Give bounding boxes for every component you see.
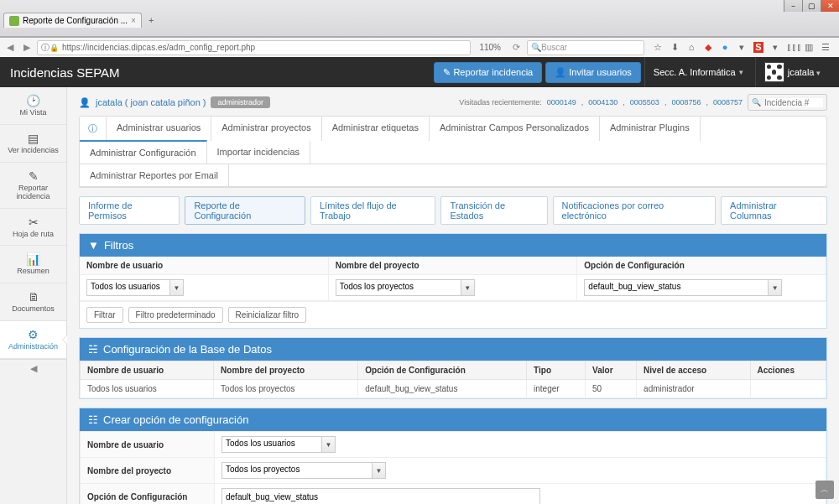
search-icon: 🔍 [752, 98, 761, 107]
breadcrumb: 👤 jcatala ( joan catala piñon ) administ… [79, 96, 270, 108]
browser-tab[interactable]: Reporte de Configuración ... × [3, 13, 142, 28]
browser-search[interactable]: 🔍 Buscar [527, 40, 644, 55]
tab-manage-users[interactable]: Administrar usuarios [107, 117, 211, 141]
chevron-down-icon[interactable]: ▼ [170, 279, 184, 296]
url-field[interactable]: ⓘ 🔒 https://incidencias.dipcas.es/adm_co… [37, 40, 471, 55]
favicon [9, 16, 19, 26]
ext2-icon[interactable]: ● [720, 42, 730, 53]
app-title[interactable]: Incidencias SEPAM [10, 65, 120, 80]
recent-link-4[interactable]: 0008757 [713, 98, 743, 107]
window-close[interactable]: ✕ [821, 0, 839, 12]
content-area: 👤 jcatala ( joan catala piñon ) administ… [67, 87, 839, 504]
window-minimize[interactable]: － [784, 0, 802, 12]
tab-import-issues[interactable]: Importar incidencias [207, 141, 310, 164]
back-button[interactable]: ◀ [3, 42, 17, 53]
subtab-workflow-thresholds[interactable]: Límites del flujo de Trabajo [310, 196, 435, 225]
tab-info[interactable]: ⓘ [80, 117, 107, 141]
db-config-table: Nombre de usuario Nombre del proyecto Op… [80, 361, 826, 398]
invite-users-button[interactable]: 👤 Invitar usuarios [545, 62, 641, 83]
chevron-down-icon[interactable]: ▼ [373, 462, 386, 479]
recent-link-2[interactable]: 0005503 [630, 98, 659, 107]
create-option-input[interactable] [221, 488, 540, 504]
subtab-workflow-transitions[interactable]: Transición de Estados [440, 196, 547, 225]
issue-search[interactable]: 🔍 [748, 94, 827, 111]
sidebar: 🕑Mi Vista ▤Ver incidencias ✎Reportar inc… [0, 87, 67, 504]
sidebar-item-my-view[interactable]: 🕑Mi Vista [0, 87, 66, 125]
create-option-panel: ☷ Crear opción de configuración Nombre d… [79, 408, 827, 504]
ext4-icon[interactable]: S [753, 42, 763, 53]
recent-link-1[interactable]: 0004130 [588, 98, 618, 107]
ext3-icon[interactable]: ▾ [737, 42, 747, 53]
subtab-email-notifications[interactable]: Notificaciones por correo electrónico [553, 196, 717, 225]
filter-label-project: Nombre del proyecto [329, 257, 578, 275]
star-icon[interactable]: ☆ [653, 42, 663, 53]
tab-email-reports[interactable]: Administrar Reportes por Email [80, 164, 229, 186]
subtab-manage-columns[interactable]: Administrar Columnas [721, 196, 827, 225]
user-menu[interactable]: jcatala [755, 57, 829, 87]
db-config-panel: ☵ Configuración de la Base de Datos Nomb… [79, 337, 827, 399]
filter-user-select[interactable]: Todos los usuarios▼ [86, 279, 184, 296]
table-row: Todos los usuarios Todos los proyectos d… [81, 380, 826, 398]
issue-search-input[interactable] [764, 98, 823, 107]
subtab-permissions[interactable]: Informe de Permisos [79, 196, 180, 225]
sidebar-icon[interactable]: ▥ [804, 42, 814, 53]
sidebar-collapse-button[interactable]: ◀ [0, 359, 66, 377]
sidebar-item-summary[interactable]: 📊Resumen [0, 246, 66, 283]
tab-manage-projects[interactable]: Administrar proyectos [211, 117, 321, 141]
tab-close-icon[interactable]: × [131, 16, 136, 25]
chevron-down-icon[interactable]: ▼ [461, 279, 475, 296]
ext5-icon[interactable]: ▾ [770, 42, 780, 53]
tab-manage-plugins[interactable]: Administrar Plugins [600, 117, 701, 141]
admin-tabs: ⓘ Administrar usuarios Administrar proye… [79, 116, 827, 188]
filter-reset-button[interactable]: Reinicializar filtro [228, 307, 307, 323]
tab-manage-config[interactable]: Administrar Configuración [80, 140, 207, 164]
recent-link-0[interactable]: 0000149 [547, 98, 576, 107]
sidebar-item-view-issues[interactable]: ▤Ver incidencias [0, 125, 66, 163]
section-dropdown[interactable]: Secc. A. Informática [644, 57, 752, 87]
browser-toolbar-icons: ☆ ⬇ ⌂ ◆ ● ▾ S ▾ ⫿⫿⫿ ▥ ☰ [648, 42, 836, 53]
sidebar-item-roadmap[interactable]: ✂Hoja de ruta [0, 209, 66, 247]
window-maximize[interactable]: ▢ [802, 0, 821, 12]
browser-chrome: － ▢ ✕ Reporte de Configuración ... × + [0, 0, 839, 37]
filter-apply-button[interactable]: Filtrar [86, 307, 123, 323]
create-project-select[interactable]: Todos los proyectos▼ [221, 462, 386, 479]
breadcrumb-user-link[interactable]: jcatala ( joan catala piñon ) [96, 97, 206, 107]
new-tab-button[interactable]: + [143, 15, 159, 25]
report-incident-button[interactable]: ✎ Reportar incidencia [434, 62, 542, 83]
recent-link-3[interactable]: 0008756 [671, 98, 701, 107]
chevron-down-icon[interactable]: ▼ [322, 436, 336, 453]
sidebar-item-admin[interactable]: ⚙Administración [0, 321, 66, 359]
user-name: jcatala [788, 67, 821, 77]
menu-icon[interactable]: ☰ [821, 42, 831, 53]
role-badge: administrador [211, 96, 270, 108]
library-icon[interactable]: ⫿⫿⫿ [787, 42, 797, 53]
lock-icon: 🔒 [50, 44, 59, 52]
refresh-button[interactable]: ⟳ [509, 42, 524, 53]
dashboard-icon: 🕑 [26, 94, 40, 107]
search-placeholder: Buscar [541, 43, 567, 52]
db-icon: ☵ [88, 343, 98, 356]
subtab-config-report[interactable]: Reporte de Configuración [185, 196, 305, 225]
scroll-top-button[interactable]: ︿ [816, 481, 834, 499]
db-title: Configuración de la Base de Datos [103, 343, 272, 356]
user-icon: 👤 [79, 97, 91, 108]
create-user-select[interactable]: Todos los usuarios▼ [221, 436, 336, 453]
sidebar-item-docs[interactable]: 🗎Documentos [0, 283, 66, 321]
home-icon[interactable]: ⌂ [686, 42, 696, 53]
forward-button[interactable]: ▶ [20, 42, 34, 53]
doc-icon: 🗎 [28, 290, 39, 304]
zoom-level[interactable]: 110% [474, 43, 506, 52]
filter-project-select[interactable]: Todos los proyectos▼ [336, 279, 475, 296]
search-icon: 🔍 [531, 43, 541, 52]
tab-manage-tags[interactable]: Administrar etiquetas [322, 117, 430, 141]
create-title: Crear opción de configuración [103, 413, 248, 426]
ext1-icon[interactable]: ◆ [703, 42, 713, 53]
download-icon[interactable]: ⬇ [670, 42, 680, 53]
sidebar-item-report-issue[interactable]: ✎Reportar incidencia [0, 163, 66, 209]
roadmap-icon: ✂ [29, 216, 39, 229]
chevron-down-icon[interactable]: ▼ [769, 279, 782, 296]
th-type: Tipo [527, 361, 586, 380]
filter-option-select[interactable]: default_bug_view_status▼ [584, 279, 782, 296]
tab-manage-custom-fields[interactable]: Administrar Campos Personalizados [430, 117, 600, 141]
filter-default-button[interactable]: Filtro predeterminado [128, 307, 223, 323]
